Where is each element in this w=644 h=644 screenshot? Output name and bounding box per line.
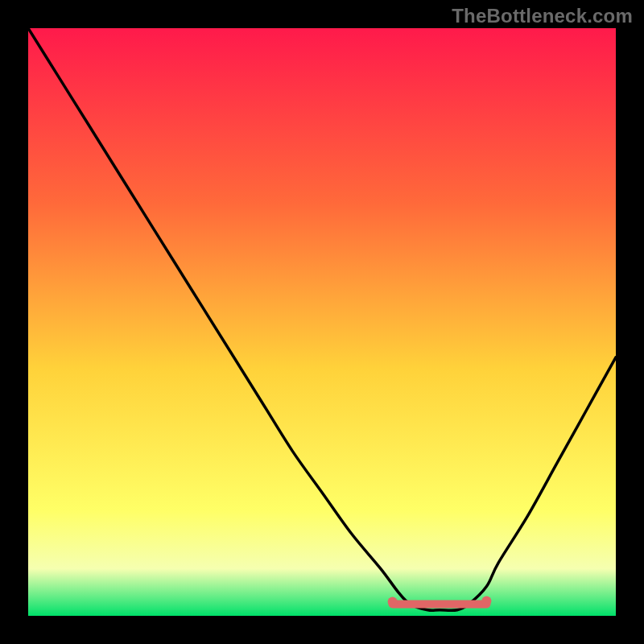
curve-layer (28, 28, 616, 616)
svg-point-3 (481, 596, 491, 605)
svg-point-2 (388, 597, 398, 606)
plot-area (28, 28, 616, 616)
chart-frame: TheBottleneck.com (0, 0, 644, 644)
bottleneck-curve (28, 28, 616, 610)
watermark-text: TheBottleneck.com (452, 5, 633, 27)
